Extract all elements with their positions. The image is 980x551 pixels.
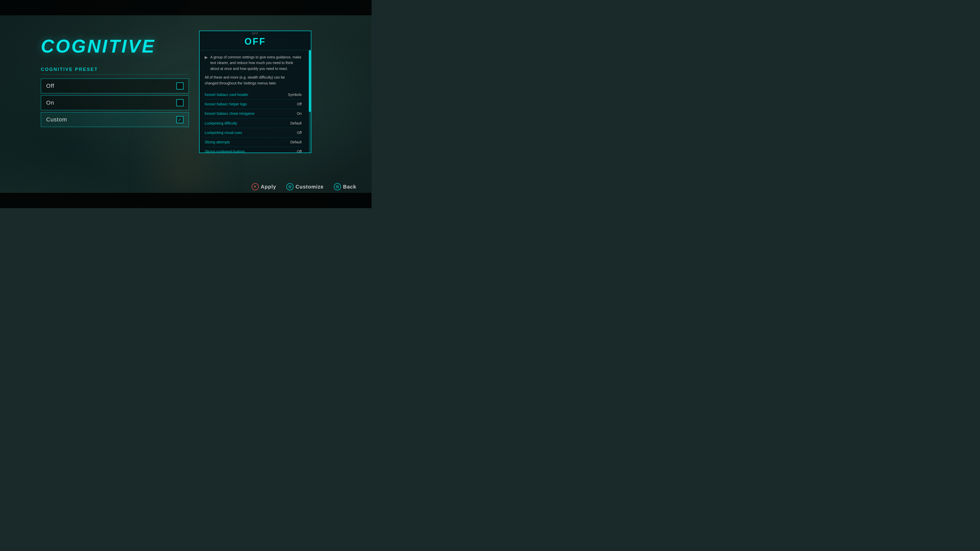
setting-name-4: Lockpicking difficulty <box>205 121 290 125</box>
customize-button[interactable]: Customize <box>286 183 324 190</box>
description-text-1: A group of common settings to give extra… <box>210 54 302 71</box>
back-icon <box>334 183 341 190</box>
apply-label: Apply <box>261 184 277 190</box>
preset-option-on-label: On <box>46 100 54 106</box>
preset-option-off[interactable]: Off <box>41 79 189 94</box>
svg-point-2 <box>336 186 339 188</box>
preset-option-custom[interactable]: Custom ✓ <box>41 112 189 127</box>
setting-value-4: Default <box>290 121 302 125</box>
setting-value-6: Default <box>290 140 302 144</box>
bullet-arrow-icon: ▶ <box>205 55 208 71</box>
apply-button[interactable]: ✕ Apply <box>251 183 277 190</box>
setting-name-3: Kessel Sabacc cheat minigame <box>205 111 297 116</box>
customize-icon <box>286 183 293 190</box>
setting-row-3: Kessel Sabacc cheat minigame On <box>205 109 302 118</box>
setting-value-3: On <box>297 111 302 116</box>
setting-name-1: Kessel Sabacc card header <box>205 92 288 97</box>
panel-header: OFF OFF <box>200 31 311 50</box>
preset-checkbox-off[interactable] <box>177 83 183 89</box>
setting-name-6: Slicing attempts <box>205 140 290 144</box>
left-panel: COGNITIVE COGNITIVE PRESET Off On Custom… <box>41 30 189 127</box>
setting-row-2: Kessel Sabacc helper logs Off <box>205 100 302 109</box>
preset-label: COGNITIVE PRESET <box>41 67 189 75</box>
svg-point-1 <box>290 186 290 187</box>
action-bar: ✕ Apply Customize Back <box>251 183 356 190</box>
setting-row-6: Slicing attempts Default <box>205 138 302 147</box>
setting-row-1: Kessel Sabacc card header Symbols <box>205 90 302 100</box>
panel-body: ▶ A group of common settings to give ext… <box>200 50 311 152</box>
setting-value-1: Symbols <box>288 93 302 97</box>
preset-checkbox-custom[interactable]: ✓ <box>177 116 183 123</box>
back-button[interactable]: Back <box>334 183 356 190</box>
scrollbar-indicator[interactable] <box>309 50 311 112</box>
info-panel: OFF OFF ▶ A group of common settings to … <box>199 30 311 153</box>
setting-value-5: Off <box>297 130 302 135</box>
description-bullet: ▶ A group of common settings to give ext… <box>205 54 302 71</box>
back-label: Back <box>343 184 356 190</box>
page-title: COGNITIVE <box>41 36 189 57</box>
setting-value-7: Off <box>297 149 302 152</box>
setting-name-2: Kessel Sabacc helper logs <box>205 102 297 106</box>
svg-point-3 <box>337 186 338 187</box>
preset-option-custom-label: Custom <box>46 116 67 123</box>
preset-options: Off On Custom ✓ <box>41 79 189 127</box>
setting-name-7: Slicing numbered buttons <box>205 149 297 152</box>
customize-label: Customize <box>296 184 324 190</box>
setting-row-5: Lockpicking visual cues Off <box>205 128 302 138</box>
preset-option-off-label: Off <box>46 83 54 89</box>
preset-option-on[interactable]: On <box>41 95 189 110</box>
preset-checkbox-on[interactable] <box>177 99 183 106</box>
description-text-2: All of these and more (e.g. stealth diff… <box>205 75 302 86</box>
main-content: COGNITIVE COGNITIVE PRESET Off On Custom… <box>0 0 372 208</box>
setting-row-4: Lockpicking difficulty Default <box>205 119 302 128</box>
panel-header-small: OFF <box>252 32 259 35</box>
setting-row-7: Slicing numbered buttons Off <box>205 147 302 152</box>
settings-list: Kessel Sabacc card header Symbols Kessel… <box>205 90 306 152</box>
description-section: ▶ A group of common settings to give ext… <box>205 54 306 86</box>
panel-header-title: OFF <box>205 36 306 47</box>
setting-value-2: Off <box>297 102 302 106</box>
apply-icon: ✕ <box>251 183 259 190</box>
setting-name-5: Lockpicking visual cues <box>205 130 297 135</box>
